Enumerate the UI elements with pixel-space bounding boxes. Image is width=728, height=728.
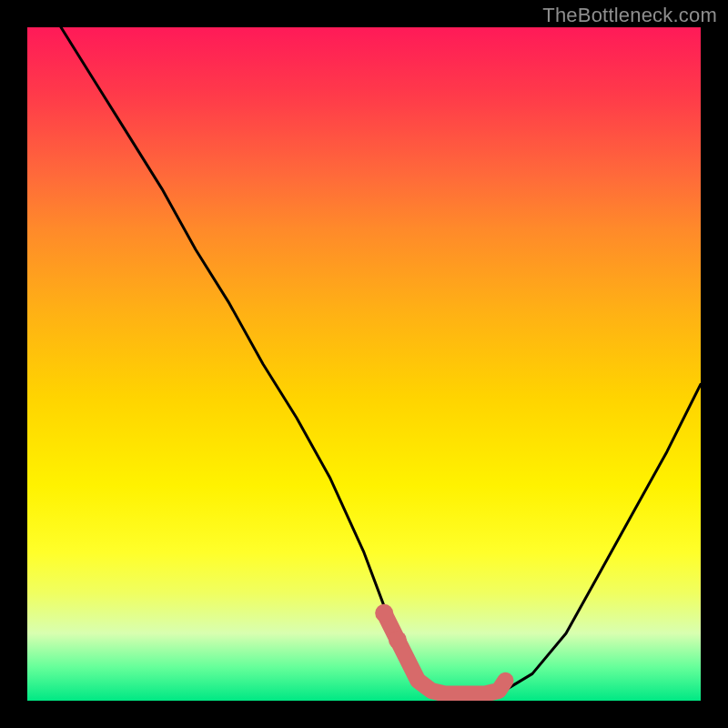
bottleneck-curve xyxy=(61,27,701,697)
chart-stage: TheBottleneck.com xyxy=(0,0,728,728)
watermark-text: TheBottleneck.com xyxy=(542,4,717,27)
marker-dot xyxy=(375,604,393,622)
curve-layer xyxy=(27,27,701,701)
sweet-spot-marker xyxy=(384,613,505,694)
marker-dot xyxy=(389,631,407,649)
plot-area xyxy=(27,27,701,701)
